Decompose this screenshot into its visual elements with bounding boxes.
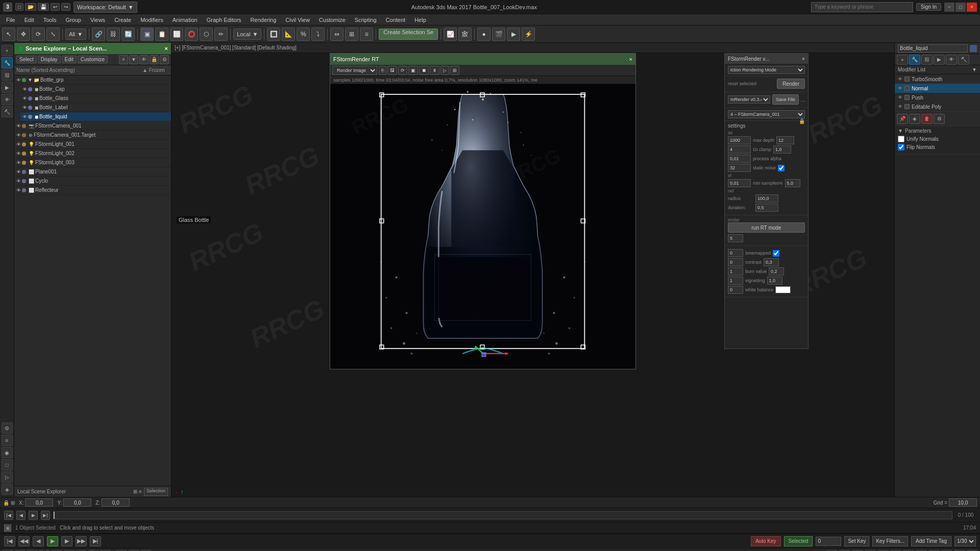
eye-icon[interactable]: 👁: [22, 96, 27, 101]
display-icon[interactable]: 👁: [946, 55, 957, 65]
tree-item-bottle-liquid[interactable]: 👁 ◼ Bottle_liquid: [20, 112, 171, 121]
tree-item-fstorm-light2[interactable]: 👁 💡 FStormLight_002: [14, 149, 171, 158]
rc-btn5[interactable]: ⏹: [419, 66, 429, 75]
se-lock-icon[interactable]: 🔒: [150, 55, 159, 64]
utilities-icon[interactable]: 🔨: [958, 55, 969, 65]
current-frame-input[interactable]: [816, 537, 841, 546]
left-sub3[interactable]: ◉: [2, 447, 13, 458]
modifier-list-dropdown[interactable]: ▼: [972, 67, 977, 72]
left-sub1[interactable]: ⚙: [2, 422, 13, 434]
display-panel-btn[interactable]: 👁: [2, 94, 13, 105]
contrast-val1[interactable]: [728, 258, 743, 266]
fstorm-close-btn[interactable]: ×: [802, 56, 805, 62]
pin-stack-btn[interactable]: 📌: [897, 114, 908, 124]
mod-turbosmooth[interactable]: 👁 TurboSmooth: [895, 74, 980, 84]
menu-scripting[interactable]: Scripting: [351, 16, 381, 24]
selection-dropdown[interactable]: Selection: [144, 488, 168, 496]
vignetting-input[interactable]: [767, 277, 782, 285]
tree-item-cyclo[interactable]: 👁 ⬜ Cyclo: [14, 177, 171, 186]
mod-vis-icon[interactable]: 👁: [898, 86, 902, 91]
object-color-swatch[interactable]: [970, 45, 977, 52]
menu-file[interactable]: File: [2, 16, 19, 24]
create-selection-btn[interactable]: Create Selection Se: [379, 29, 438, 40]
hierarchy-panel-btn[interactable]: ⛓: [2, 69, 13, 81]
se-display-btn[interactable]: Display: [38, 56, 61, 63]
scene-explorer-close[interactable]: ×: [165, 45, 168, 52]
configure-mods-btn[interactable]: ⚙: [934, 114, 945, 124]
se-visibility-icon[interactable]: 👁: [139, 55, 149, 64]
spinner-snap-btn[interactable]: ⤵: [311, 28, 325, 41]
sign-in-btn[interactable]: Sign In: [916, 3, 941, 11]
menu-graph-editors[interactable]: Graph Editors: [203, 16, 246, 24]
samples-input[interactable]: [728, 136, 751, 144]
parameters-header[interactable]: ▼ Parameters: [898, 128, 977, 134]
rc-btn4[interactable]: ▣: [408, 66, 418, 75]
anim-prev-key-btn[interactable]: ◀: [33, 536, 44, 546]
settings-tab[interactable]: settings: [728, 123, 805, 129]
unlink-btn[interactable]: ⛓: [107, 28, 120, 41]
eye-icon[interactable]: 👁: [22, 114, 27, 119]
tl-end-btn[interactable]: ▶|: [41, 511, 50, 520]
menu-help[interactable]: Help: [410, 16, 430, 24]
eye-icon[interactable]: 👁: [16, 142, 21, 147]
mirror-btn[interactable]: ⇔: [330, 28, 344, 41]
quick-render-btn[interactable]: ⚡: [522, 28, 535, 41]
menu-views[interactable]: Views: [86, 16, 109, 24]
timeline-track[interactable]: [53, 511, 952, 519]
remove-mod-btn[interactable]: 🗑: [921, 114, 933, 124]
tree-item-plane[interactable]: 👁 ⬜ Plane001: [14, 167, 171, 177]
tone-input1[interactable]: [728, 249, 743, 257]
menu-civil-view[interactable]: Civil View: [281, 16, 313, 24]
layer-manager-btn[interactable]: ≡: [360, 28, 373, 41]
rc-btn8[interactable]: ⊞: [450, 66, 459, 75]
open-btn[interactable]: 📂: [25, 3, 36, 11]
white-balance-swatch[interactable]: [775, 286, 791, 293]
new-btn[interactable]: □: [15, 3, 23, 11]
snap-toggle-btn[interactable]: 🔳: [267, 28, 280, 41]
tree-item-bottle-cap[interactable]: 👁 ◼ Bottle_Cap: [20, 85, 171, 94]
maximize-btn[interactable]: □: [955, 3, 966, 12]
minimize-btn[interactable]: −: [944, 3, 954, 12]
tree-item-bottle-label[interactable]: 👁 ◼ Bottle_Label: [20, 103, 171, 112]
y-input[interactable]: [63, 498, 91, 507]
motion-icon[interactable]: ▶: [934, 55, 945, 65]
reference-dropdown[interactable]: Local ▼: [233, 29, 261, 40]
camera-select[interactable]: 4 – FStormCamera_001: [728, 110, 805, 118]
contrast-input[interactable]: [764, 258, 779, 266]
mod-vis-icon[interactable]: 👁: [898, 77, 902, 82]
rect-sel-btn[interactable]: ⬜: [170, 28, 183, 41]
render-frame-btn[interactable]: ▶: [507, 28, 520, 41]
se-customize-btn[interactable]: Customize: [78, 56, 108, 63]
move-btn[interactable]: ✥: [17, 28, 30, 41]
mod-normal[interactable]: 👁 Normal: [895, 84, 980, 93]
rc-btn3[interactable]: ⟳: [398, 66, 407, 75]
static-noise-checkbox[interactable]: [778, 165, 785, 171]
se-select-btn[interactable]: Select: [16, 56, 37, 63]
anim-next-frame-btn[interactable]: ▶▶: [76, 536, 87, 546]
lock-icon[interactable]: 🔒: [3, 500, 9, 506]
se-edit-btn[interactable]: Edit: [62, 56, 77, 63]
anim-start-btn[interactable]: |◀: [4, 536, 15, 546]
undo-btn[interactable]: ↩: [51, 3, 60, 11]
eye-icon[interactable]: 👁: [16, 133, 21, 138]
eye-icon[interactable]: 👁: [16, 169, 21, 174]
utilities-panel-btn[interactable]: 🔨: [2, 106, 13, 117]
add-time-tag-btn[interactable]: Add Time Tag: [911, 536, 951, 546]
schematic-view-btn[interactable]: 🕸: [458, 28, 472, 41]
duration-input[interactable]: [755, 204, 778, 212]
proc-alpha-input[interactable]: [728, 155, 751, 163]
create-panel-btn[interactable]: +: [2, 45, 13, 56]
tree-item-fstorm-light3[interactable]: 👁 💡 FStormLight_003: [14, 158, 171, 167]
select-by-name-btn[interactable]: 📋: [155, 28, 168, 41]
render-image-dropdown[interactable]: Render Image: [332, 66, 377, 75]
align-btn[interactable]: ⊞: [345, 28, 358, 41]
tree-item-reflecteur[interactable]: 👁 ⬜ Reflecteur: [14, 186, 171, 195]
mod-editable-poly[interactable]: 👁 Editable Poly: [895, 102, 980, 111]
menu-customize[interactable]: Customize: [315, 16, 350, 24]
motion-panel-btn[interactable]: ▶: [2, 82, 13, 93]
modify-icon[interactable]: 🔧: [909, 55, 920, 65]
make-unique-btn[interactable]: ◈: [909, 114, 920, 124]
menu-group[interactable]: Group: [61, 16, 85, 24]
el-input[interactable]: [728, 179, 751, 187]
rt-num-input[interactable]: [728, 234, 743, 242]
